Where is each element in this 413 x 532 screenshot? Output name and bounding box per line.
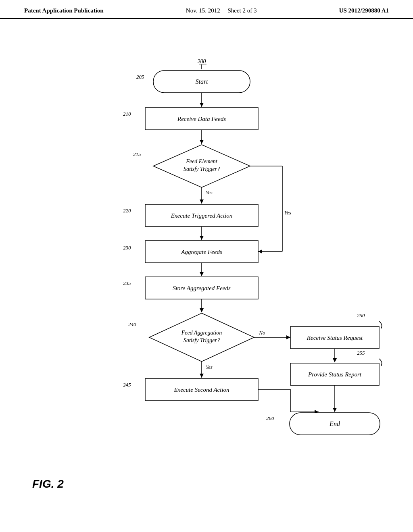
- header-date: Nov. 15, 2012: [186, 7, 220, 14]
- start-label: Start: [195, 78, 208, 85]
- ref-205: 205: [136, 74, 144, 80]
- header-center: Nov. 15, 2012 Sheet 2 of 3: [186, 7, 257, 14]
- ref-245: 245: [123, 382, 131, 388]
- aggregate-feeds-label: Aggregate Feeds: [181, 249, 222, 255]
- feed-element-trigger-label2: Satisfy Trigger?: [184, 166, 220, 172]
- yes-label-2: Yes: [284, 210, 291, 216]
- flowchart-svg: 200 Start 205 Receive Data Feeds 210 Fee…: [0, 19, 413, 503]
- svg-marker-10: [200, 200, 204, 204]
- header-sheet: Sheet 2 of 3: [227, 7, 257, 14]
- feed-agg-trigger-label: Feed Aggregation: [181, 330, 222, 336]
- svg-marker-32: [200, 374, 204, 378]
- ref-255: 255: [357, 350, 365, 356]
- svg-marker-13: [200, 236, 204, 240]
- ref-215: 215: [133, 151, 141, 157]
- page-header: Patent Application Publication Nov. 15, …: [0, 0, 413, 19]
- ref-200: 200: [198, 58, 206, 64]
- execute-second-label: Execute Second Action: [173, 387, 229, 393]
- end-label: End: [329, 420, 340, 427]
- svg-marker-37: [333, 408, 337, 412]
- yes-label-3: Yes: [206, 364, 213, 370]
- svg-marker-21: [258, 249, 262, 254]
- ref-230: 230: [123, 245, 131, 251]
- receive-status-label: Receive Status Request: [307, 335, 363, 341]
- ref-210: 210: [123, 111, 131, 117]
- svg-marker-26: [286, 335, 290, 339]
- svg-marker-23: [200, 308, 204, 312]
- store-aggregated-label: Store Aggregated Feeds: [173, 285, 231, 291]
- receive-data-feeds-label: Receive Data Feeds: [177, 116, 226, 122]
- ref-220: 220: [123, 208, 131, 214]
- figure-label: FIG. 2: [32, 478, 64, 490]
- header-left: Patent Application Publication: [24, 7, 104, 14]
- header-right: US 2012/290880 A1: [339, 7, 389, 14]
- no-label: -No: [257, 330, 265, 336]
- ref-250: 250: [357, 312, 365, 318]
- provide-status-label: Provide Status Report: [308, 371, 362, 378]
- yes-label-1: Yes: [206, 189, 213, 195]
- feed-agg-trigger-label2: Satisfy Trigger?: [184, 337, 220, 343]
- ref-240: 240: [128, 321, 136, 327]
- svg-marker-29: [333, 358, 337, 362]
- feed-element-trigger-label: Feed Element: [186, 158, 217, 164]
- ref-260: 260: [266, 415, 274, 421]
- svg-marker-7: [200, 140, 204, 144]
- execute-triggered-label: Execute Triggered Action: [171, 212, 232, 219]
- svg-marker-4: [200, 103, 204, 107]
- diagram-area: 200 Start 205 Receive Data Feeds 210 Fee…: [0, 19, 413, 503]
- ref-235: 235: [123, 280, 131, 286]
- svg-marker-16: [200, 272, 204, 276]
